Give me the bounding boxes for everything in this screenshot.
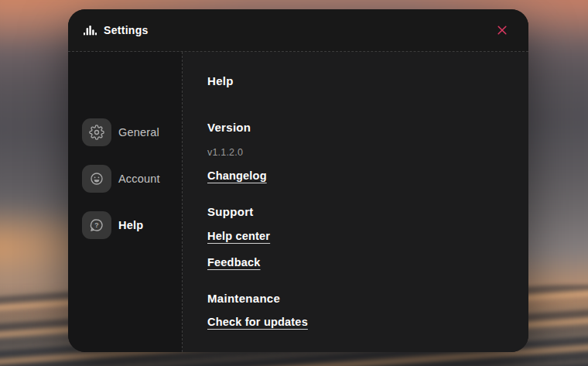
svg-text:?: ?	[94, 221, 98, 229]
sidebar-item-general[interactable]: General	[68, 118, 182, 146]
help-center-link[interactable]: Help center	[207, 228, 270, 244]
section-title-version: Version	[207, 120, 504, 135]
sidebar-item-account[interactable]: Account	[68, 165, 182, 193]
section-title-maintenance: Maintenance	[207, 291, 504, 306]
help-bubble-icon: ?	[82, 211, 111, 239]
sidebar-item-label: Account	[118, 173, 160, 185]
close-button[interactable]	[491, 19, 513, 41]
titlebar[interactable]: Settings	[68, 9, 528, 51]
sidebar-item-label: General	[118, 126, 159, 139]
smiley-icon	[82, 165, 111, 193]
sidebar-item-help[interactable]: ? Help	[68, 211, 182, 239]
bar-chart-icon	[84, 25, 97, 36]
gear-icon	[82, 118, 111, 146]
check-for-updates-link[interactable]: Check for updates	[207, 314, 308, 330]
help-panel: Help Version v1.1.2.0 Changelog Support …	[183, 52, 528, 352]
title-group: Settings	[84, 24, 149, 36]
page-title: Help	[207, 74, 504, 89]
settings-window: Settings General	[68, 9, 528, 352]
window-title: Settings	[104, 24, 149, 36]
section-title-support: Support	[207, 204, 504, 220]
changelog-link[interactable]: Changelog	[207, 168, 267, 183]
version-value: v1.1.2.0	[207, 145, 504, 159]
dialog-body: General Account ?	[68, 51, 528, 352]
feedback-link[interactable]: Feedback	[207, 255, 261, 270]
close-icon	[496, 24, 508, 36]
sidebar: General Account ?	[68, 52, 183, 352]
sidebar-item-label: Help	[118, 219, 143, 231]
